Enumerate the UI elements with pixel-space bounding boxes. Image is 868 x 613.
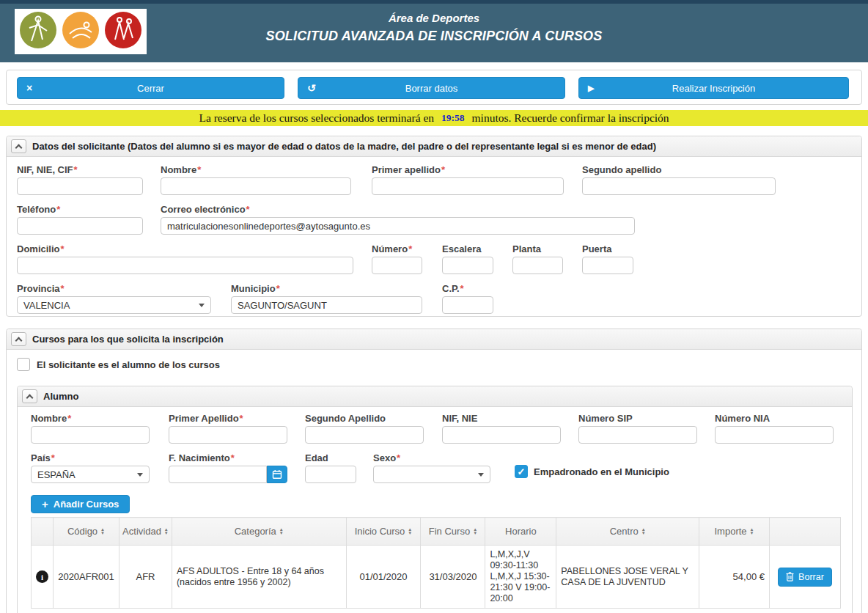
- applicant-is-student-checkbox[interactable]: [17, 358, 30, 371]
- course-categoria: AFS ADULTOS - Entre 18 y 64 años (nacido…: [172, 546, 346, 609]
- clear-data-button[interactable]: ↺ Borrar datos: [298, 77, 565, 99]
- telefono-input[interactable]: [17, 217, 143, 235]
- sort-icon: ▲▼: [100, 528, 105, 535]
- nombre-input[interactable]: [161, 177, 351, 195]
- col-actividad[interactable]: Actividad▲▼: [119, 518, 172, 546]
- course-centro: PABELLONES JOSE VERAL Y CASA DE LA JUVEN…: [556, 546, 699, 609]
- delete-course-button[interactable]: Borrar: [778, 568, 832, 587]
- edad-input[interactable]: [305, 466, 356, 483]
- col-codigo[interactable]: Código▲▼: [54, 518, 119, 546]
- chevron-up-icon: [15, 144, 23, 151]
- empadronado-label: Empadronado en el Municipio: [534, 466, 669, 477]
- pais-value: ESPAÑA: [37, 469, 76, 480]
- correo-label: Correo electrónico: [161, 204, 635, 216]
- col-importe[interactable]: Importe▲▼: [699, 518, 770, 546]
- alumno-nif-input[interactable]: [442, 426, 561, 444]
- page-title: Área de Deportes SOLICITUD AVANZADA DE I…: [0, 10, 868, 45]
- applicant-section: Datos del solicitante (Datos del alumno …: [6, 136, 862, 317]
- alumno-segundo-apellido-input[interactable]: [305, 426, 424, 444]
- nif-label: NIF, NIE, CIF: [17, 164, 143, 176]
- delete-course-button-label: Borrar: [798, 572, 824, 582]
- numero-sip-input[interactable]: [578, 426, 697, 444]
- col-horario: Horario: [485, 518, 556, 546]
- chevron-down-icon: [137, 473, 143, 477]
- check-icon: ✓: [518, 466, 526, 477]
- nif-input[interactable]: [17, 177, 143, 195]
- sort-icon: ▲▼: [750, 528, 754, 535]
- cp-input[interactable]: [442, 296, 493, 314]
- escalera-label: Escalera: [442, 243, 493, 255]
- page-title-line1: Área de Deportes: [0, 10, 868, 26]
- primer-apellido-input[interactable]: [372, 177, 564, 195]
- numero-label: Número: [372, 243, 422, 255]
- add-courses-button-label: Añadir Cursos: [54, 499, 119, 510]
- numero-nia-label: Número NIA: [715, 413, 834, 425]
- empadronado-checkbox[interactable]: ✓: [515, 465, 528, 478]
- alumno-section-header: Alumno: [18, 386, 852, 407]
- add-courses-button[interactable]: + Añadir Cursos: [31, 495, 130, 513]
- action-toolbar: × Cerrar ↺ Borrar datos ▶ Realizar Inscr…: [6, 70, 862, 105]
- numero-nia-input[interactable]: [715, 426, 834, 444]
- applicant-is-student-label: El solicitante es el alumno de los curso…: [37, 359, 220, 370]
- numero-input[interactable]: [372, 257, 422, 274]
- submit-registration-button[interactable]: ▶ Realizar Inscripción: [578, 77, 849, 99]
- segundo-apellido-input[interactable]: [582, 177, 776, 195]
- puerta-input[interactable]: [582, 257, 633, 274]
- provincia-value: VALENCIA: [23, 300, 70, 311]
- f-nacimiento-label: F. Nacimiento: [169, 452, 287, 464]
- reset-icon: ↺: [307, 83, 316, 93]
- cp-label: C.P.: [442, 283, 493, 295]
- domicilio-label: Domicilio: [17, 243, 353, 255]
- alumno-primer-apellido-input[interactable]: [169, 426, 287, 444]
- reservation-text-before: La reserva de los cursos seleccionados t…: [199, 111, 434, 125]
- chevron-down-icon: [478, 473, 484, 477]
- courses-section-header: Cursos para los que solicita la inscripc…: [7, 329, 861, 350]
- col-categoria[interactable]: Categoría▲▼: [172, 518, 346, 546]
- municipio-label: Municipio: [231, 283, 422, 295]
- pais-select[interactable]: ESPAÑA: [31, 466, 150, 483]
- f-nacimiento-input[interactable]: [169, 466, 267, 483]
- col-centro[interactable]: Centro▲▼: [556, 518, 699, 546]
- reservation-timer: 19:58: [441, 112, 465, 124]
- reservation-timer-banner: La reserva de los cursos seleccionados t…: [0, 110, 868, 126]
- reservation-text-after: minutos. Recuerde confirmar la inscripci…: [472, 111, 669, 125]
- edad-label: Edad: [305, 452, 356, 464]
- close-icon: ×: [26, 83, 32, 93]
- col-info: [32, 518, 54, 546]
- municipio-input[interactable]: [231, 296, 422, 314]
- col-actions: [769, 518, 840, 546]
- close-button-label: Cerrar: [137, 83, 164, 94]
- submit-registration-button-label: Realizar Inscripción: [672, 83, 755, 94]
- applicant-section-header: Datos del solicitante (Datos del alumno …: [7, 136, 861, 157]
- alumno-nombre-label: Nombre: [31, 413, 150, 425]
- domicilio-input[interactable]: [17, 257, 353, 274]
- collapse-alumno-button[interactable]: [22, 389, 37, 403]
- collapse-courses-button[interactable]: [11, 332, 26, 346]
- registration-page: Área de Deportes SOLICITUD AVANZADA DE I…: [0, 0, 868, 613]
- sort-icon: ▲▼: [164, 528, 169, 535]
- calendar-icon: [272, 469, 282, 480]
- play-icon: ▶: [588, 84, 594, 92]
- collapse-applicant-button[interactable]: [11, 139, 26, 153]
- courses-table: Código▲▼ Actividad▲▼ Categoría▲▼ Inicio …: [31, 517, 841, 609]
- puerta-label: Puerta: [582, 243, 633, 255]
- escalera-input[interactable]: [442, 257, 493, 274]
- sexo-label: Sexo: [373, 452, 490, 464]
- planta-input[interactable]: [512, 257, 563, 274]
- alumno-primer-apellido-label: Primer Apellido: [169, 413, 287, 425]
- col-inicio-curso[interactable]: Inicio Curso▲▼: [346, 518, 421, 546]
- table-header-row: Código▲▼ Actividad▲▼ Categoría▲▼ Inicio …: [32, 518, 841, 546]
- sexo-select[interactable]: [373, 466, 490, 483]
- datepicker-button[interactable]: [267, 466, 287, 483]
- close-button[interactable]: × Cerrar: [17, 77, 284, 99]
- app-header: Área de Deportes SOLICITUD AVANZADA DE I…: [0, 0, 868, 62]
- col-fin-curso[interactable]: Fin Curso▲▼: [421, 518, 485, 546]
- correo-input[interactable]: [161, 217, 635, 235]
- info-icon[interactable]: i: [36, 570, 48, 583]
- numero-sip-label: Número SIP: [578, 413, 697, 425]
- chevron-down-icon: [199, 304, 205, 307]
- course-importe: 54,00 €: [699, 546, 770, 609]
- trash-icon: [786, 572, 794, 581]
- provincia-select[interactable]: VALENCIA: [17, 296, 211, 314]
- alumno-nombre-input[interactable]: [31, 426, 150, 444]
